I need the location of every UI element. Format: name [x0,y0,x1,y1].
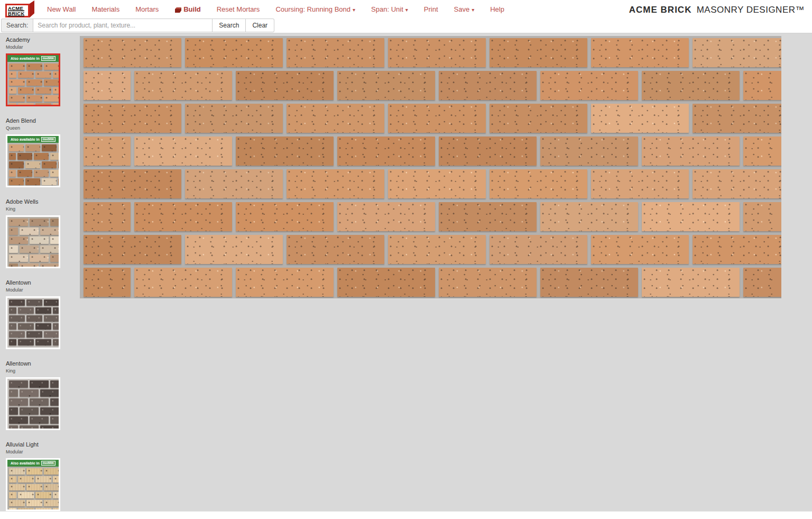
brick [9,476,16,482]
brick [236,136,334,166]
brick [50,416,59,424]
brick [337,136,435,166]
brick [9,144,24,151]
wall-row [84,104,781,133]
thinbrik-badge: thinBRIK [41,137,56,142]
brick [9,254,28,262]
brick [20,389,39,397]
nav-item-label: New Wall [47,5,76,13]
nav-item-help[interactable]: Help [485,5,510,13]
search-button[interactable]: Search [213,19,246,32]
product-item: Aden BlendQueenAlso available inthinBRIK [6,117,80,187]
brick [42,178,57,185]
wall-row [9,484,59,490]
nav-item-materials[interactable]: Materials [86,5,125,13]
brick [30,416,49,424]
brick [642,202,740,231]
chevron-down-icon: ▾ [405,7,408,13]
brick [26,468,42,475]
brick [40,389,59,397]
wall-row [9,307,59,314]
brick [44,315,59,322]
nav-item-label: Build [183,5,201,13]
product-item: Alluvial LightModularAlso available inth… [6,441,80,511]
product-thumbnail[interactable]: Also available inthinBRIK [6,53,60,106]
brick [18,307,34,314]
brick [26,63,42,70]
brick [35,307,51,314]
brick [9,71,16,78]
brick [9,245,18,253]
wall-row [9,87,59,94]
product-thumbnail[interactable] [6,215,60,268]
wall-row [9,170,59,177]
brick [35,476,51,482]
brick [9,263,18,267]
brick [40,227,59,235]
nav-item-span[interactable]: Span: Unit▾ [366,5,413,13]
brick [185,169,283,198]
product-name: Alluvial Light [6,441,80,448]
nav-item-save[interactable]: Save▾ [449,5,480,13]
brick [18,492,34,498]
wall-row [9,380,59,388]
wall-row [84,169,781,198]
app-title-secondary: MASONRY DESIGNER™ [697,5,805,15]
nav-item-coursing[interactable]: Coursing: Running Bond▾ [270,5,361,13]
thinbrik-badge: thinBRIK [41,461,56,466]
brick [540,71,638,100]
wall-row [9,476,59,482]
product-thumbnail[interactable]: Also available inthinBRIK [6,458,60,511]
wall-row [9,339,59,345]
product-thumbnail[interactable] [6,377,60,430]
availability-banner-text: Also available in [11,138,40,141]
brick [58,178,59,185]
brick [9,79,25,86]
svg-text:BRICK: BRICK [8,10,25,16]
brick [25,161,40,168]
product-size: Modular [6,449,80,455]
top-nav: ACME BRICK New WallMaterialsMortarsBuild… [0,0,812,19]
nav-item-reset-mortars[interactable]: Reset Mortars [211,5,265,13]
brick [591,235,689,264]
wall-row [84,268,781,297]
wall-row [9,508,59,509]
acme-brick-logo[interactable]: ACME BRICK [5,1,35,20]
brick [439,136,537,166]
brick [44,331,59,338]
wall-row [9,299,59,306]
brick [18,476,34,482]
brick [185,38,283,67]
brick [40,425,59,429]
product-thumbnail[interactable]: Also available inthinBRIK [6,134,60,187]
brick [20,245,39,253]
brick [540,202,638,231]
brick [236,202,334,231]
brick [540,136,638,166]
brick [50,153,59,160]
brick [642,71,740,100]
product-name: Academy [6,37,80,43]
clear-button[interactable]: Clear [246,19,274,32]
chevron-down-icon: ▾ [353,7,355,13]
brick [18,339,34,345]
brick [9,153,16,160]
brick [84,268,131,297]
wall-preview[interactable] [80,36,781,298]
brick [44,468,59,475]
brick [53,307,59,314]
nav-item-new-wall[interactable]: New Wall [42,5,81,13]
brick [20,263,39,267]
search-bar: Search: Search Clear [0,19,812,33]
brick [9,492,16,498]
brick [44,63,59,70]
nav-item-build[interactable]: Build [169,5,206,13]
nav-item-print[interactable]: Print [419,5,444,13]
search-input[interactable] [33,19,213,32]
search-label: Search: [1,19,33,32]
product-name: Allentown [6,360,80,367]
thumbnail-brick-pattern [7,467,59,509]
nav-item-mortars[interactable]: Mortars [130,5,164,13]
wall-row [84,38,781,67]
product-thumbnail[interactable] [6,296,60,349]
